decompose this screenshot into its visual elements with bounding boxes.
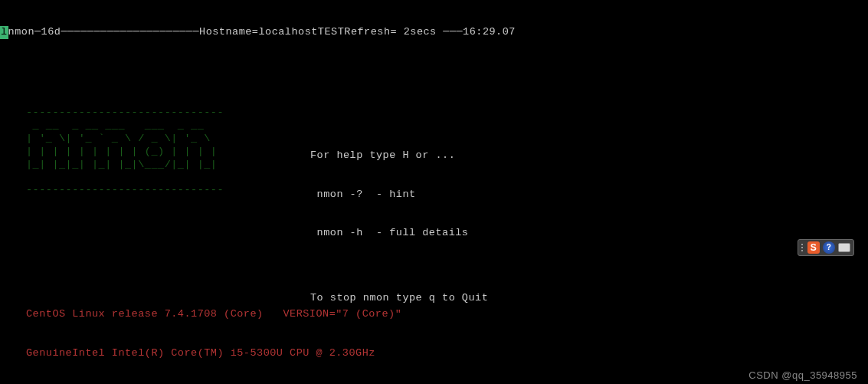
- help-block: For help type H or ... nmon -? - hint nm…: [310, 123, 488, 330]
- watermark-text: CSDN @qq_35948955: [748, 369, 857, 381]
- terminal-header: l nmon─16d─────────────────────Hostname=…: [0, 26, 868, 39]
- help-line: For help type H or ...: [310, 149, 488, 162]
- help-line: nmon -? - hint: [310, 189, 488, 202]
- help-line: nmon -h - full details: [310, 227, 488, 240]
- sogou-ime-icon[interactable]: S: [807, 241, 820, 254]
- tray-handle-icon: [801, 244, 803, 251]
- header-text: nmon─16d─────────────────────Hostname=lo…: [8, 26, 516, 39]
- help-line: To stop nmon type q to Quit: [310, 292, 488, 305]
- help-tray-icon[interactable]: ?: [823, 241, 835, 254]
- system-tray[interactable]: S ?: [798, 239, 854, 256]
- prompt-indicator: l: [0, 26, 8, 39]
- keyboard-tray-icon[interactable]: [838, 243, 850, 252]
- sysinfo-line: GenuineIntel Intel(R) Core(TM) i5-5300U …: [26, 347, 868, 360]
